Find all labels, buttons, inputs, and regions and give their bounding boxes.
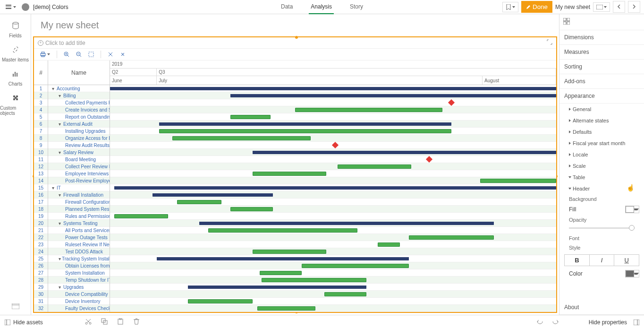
- tab-analysis[interactable]: Analysis: [309, 0, 334, 14]
- app-title: [demo] Colors: [33, 4, 68, 10]
- caret-down-icon: [512, 6, 515, 8]
- topbar-right: Done My new sheet: [502, 1, 640, 13]
- sheet-name-label: My new sheet: [555, 4, 590, 10]
- chevron-left-icon: [617, 4, 621, 9]
- tab-data[interactable]: Data: [279, 0, 295, 14]
- sheet-view-button[interactable]: [593, 2, 610, 12]
- hamburger-icon: [6, 5, 11, 9]
- app-icon: [22, 3, 29, 11]
- bookmark-icon: [506, 4, 511, 10]
- menu-button[interactable]: [4, 3, 18, 11]
- prev-sheet-button[interactable]: [613, 1, 625, 13]
- top-bar: [demo] Colors Data Analysis Story Done M…: [0, 0, 644, 14]
- done-button[interactable]: Done: [521, 1, 552, 13]
- svg-rect-0: [596, 5, 603, 9]
- done-label: Done: [533, 3, 548, 10]
- bookmark-button[interactable]: [502, 2, 518, 12]
- topbar-left: [demo] Colors: [4, 3, 68, 11]
- next-sheet-button[interactable]: [628, 1, 640, 13]
- caret-down-icon: [604, 6, 607, 8]
- sheet-icon: [596, 5, 603, 9]
- topbar-tabs: Data Analysis Story: [279, 0, 365, 14]
- tab-story[interactable]: Story: [348, 0, 365, 14]
- pencil-icon: [526, 5, 531, 9]
- caret-down-icon: [13, 6, 16, 8]
- chevron-right-icon: [632, 4, 636, 9]
